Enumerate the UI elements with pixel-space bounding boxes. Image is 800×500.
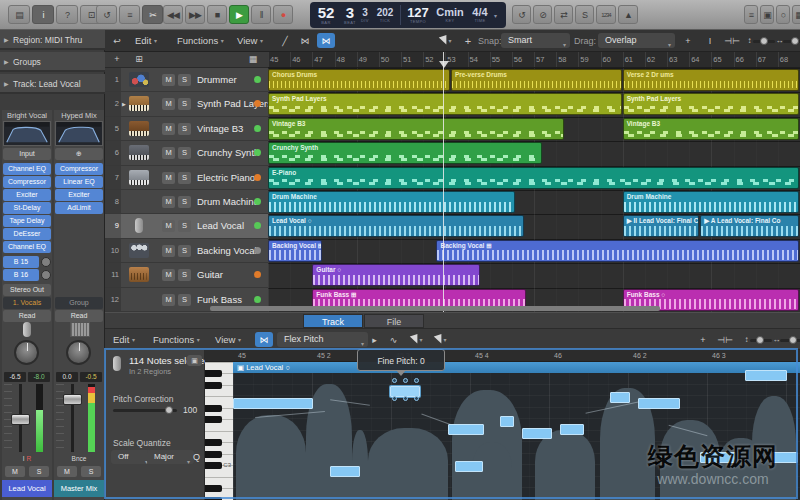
library-icon[interactable]: ▤ xyxy=(8,5,30,24)
region--ii-lead-vocal-final-com[interactable]: ▶ II Lead Vocal: Final Com xyxy=(623,215,700,237)
black-key[interactable] xyxy=(205,462,222,469)
flex-pitch-toggle-icon[interactable]: ⋈ xyxy=(317,33,335,48)
track-status-dot[interactable] xyxy=(254,247,261,254)
low-latency-icon[interactable]: S xyxy=(575,5,594,24)
track-row-crunchy-synth[interactable]: 6MSCrunchy Synth xyxy=(105,141,268,165)
track-row-synth-pad-layers[interactable]: 2▶MSSynth Pad Layers xyxy=(105,92,268,116)
pitch-note[interactable] xyxy=(745,370,787,381)
region-vintage-b3[interactable]: Vintage B3 xyxy=(623,118,799,140)
black-key[interactable] xyxy=(205,382,222,389)
lcd-time-sig[interactable]: 4/4 TIME xyxy=(467,2,493,28)
strip-track-label[interactable]: Master Mix xyxy=(54,480,104,497)
mute-button[interactable]: M xyxy=(162,147,175,159)
metronome-icon[interactable]: ▲ xyxy=(618,5,638,24)
disclosure-triangle-icon[interactable]: ▶ xyxy=(122,101,126,107)
solo-button[interactable]: S xyxy=(178,196,191,208)
inspector-icon[interactable]: i xyxy=(32,5,54,24)
pitch-note[interactable] xyxy=(522,428,552,439)
region-chorus-drums[interactable]: Chorus Drums xyxy=(268,69,450,91)
mute-button[interactable]: M xyxy=(162,294,175,306)
flex-mode-select[interactable]: Flex Pitch▾ xyxy=(277,332,368,347)
black-key[interactable] xyxy=(205,370,222,377)
replace-icon[interactable]: ⊘ xyxy=(533,5,552,24)
pitch-note[interactable] xyxy=(610,392,630,403)
rewind-icon[interactable]: ◀◀ xyxy=(163,5,183,24)
automation-icon[interactable]: ╱ xyxy=(277,33,293,48)
tracks-view-menu[interactable]: View ▾ xyxy=(237,30,263,51)
solo-button[interactable]: S xyxy=(178,74,191,86)
mute-button[interactable]: M xyxy=(162,98,175,110)
track-status-dot[interactable] xyxy=(254,271,261,278)
lcd-chevron-icon[interactable]: ▾ xyxy=(494,12,497,19)
pitch-note[interactable] xyxy=(500,416,514,427)
strip-track-label[interactable]: Lead Vocal xyxy=(2,480,52,497)
strip-mute-button[interactable]: M xyxy=(5,466,25,477)
secondary-tool-icon[interactable]: + xyxy=(460,33,476,48)
undo-history-icon[interactable]: ↺ xyxy=(96,5,117,24)
black-key[interactable] xyxy=(205,485,222,492)
note-hotspot[interactable] xyxy=(414,396,419,401)
scale-mode-select[interactable]: Major▾ xyxy=(147,450,194,464)
eq-display[interactable] xyxy=(3,121,51,146)
pitch-note[interactable] xyxy=(448,424,484,435)
solo-button[interactable]: S xyxy=(178,220,191,232)
plugin-slot[interactable]: DeEsser xyxy=(3,228,51,240)
region-synth-pad-layers[interactable]: Synth Pad Layers xyxy=(623,93,799,115)
plugin-slot[interactable]: Compressor xyxy=(3,176,51,188)
plugin-slot[interactable]: Exciter xyxy=(55,189,103,201)
mute-button[interactable]: M xyxy=(162,74,175,86)
lcd-key[interactable]: Cmin KEY xyxy=(433,2,467,28)
lcd-tempo[interactable]: 127 TEMPO xyxy=(403,2,433,28)
editor-autozoom-icon[interactable]: ⊣⊢ xyxy=(717,332,733,347)
plugin-slot[interactable]: Exciter xyxy=(3,189,51,201)
editor-edit-menu[interactable]: Edit ▾ xyxy=(113,329,135,350)
strip-setting-button[interactable]: Input xyxy=(3,148,51,160)
record-enable-indicators[interactable]: I R xyxy=(2,454,52,464)
solo-button[interactable]: S xyxy=(178,98,191,110)
region-pre-verse-drums[interactable]: Pre-verse Drums xyxy=(451,69,622,91)
track-status-dot[interactable] xyxy=(254,198,261,205)
black-key[interactable] xyxy=(205,439,222,446)
region-lead-vocal[interactable]: Lead Vocal ○ xyxy=(268,215,524,237)
black-key[interactable] xyxy=(205,451,222,458)
flex-icon[interactable]: ⋈ xyxy=(297,33,313,48)
mute-button[interactable]: M xyxy=(162,220,175,232)
region-verse-2-dr-ums[interactable]: Verse 2 Dr ums xyxy=(623,69,799,91)
stop-icon[interactable]: ■ xyxy=(207,5,227,24)
track-status-dot[interactable] xyxy=(254,296,261,303)
horizontal-scrollbar[interactable] xyxy=(210,306,660,311)
track-status-dot[interactable] xyxy=(254,76,261,83)
editor-panel-button[interactable]: ▣ xyxy=(187,355,202,366)
region-drum-machine[interactable]: Drum Machine xyxy=(623,191,799,213)
track-row-backing-vocal[interactable]: 10MSBacking Vocal xyxy=(105,239,268,263)
solo-button[interactable]: S xyxy=(178,172,191,184)
tracks-functions-menu[interactable]: Functions ▾ xyxy=(177,30,224,51)
pitch-note[interactable] xyxy=(560,424,584,435)
strip-solo-button[interactable]: S xyxy=(29,466,49,477)
strip-mute-button[interactable]: M xyxy=(57,466,77,477)
plugin-slot[interactable]: St-Delay xyxy=(3,202,51,214)
duplicate-track-button[interactable]: ⊞ xyxy=(131,53,147,66)
editor-view-menu[interactable]: View ▾ xyxy=(215,329,241,350)
solo-button[interactable]: S xyxy=(178,294,191,306)
fader-cap[interactable] xyxy=(11,414,30,425)
region-synth-pad-layers[interactable]: Synth Pad Layers xyxy=(268,93,622,115)
catch-playhead-icon[interactable]: + xyxy=(680,33,696,48)
piano-keyboard[interactable]: C3 xyxy=(205,362,233,500)
quantize-button[interactable]: Q xyxy=(189,450,204,464)
count-in-icon[interactable]: 1234 xyxy=(596,5,616,24)
snap-select[interactable]: Smart▾ xyxy=(501,33,570,48)
black-key[interactable] xyxy=(205,416,222,423)
editor-functions-menu[interactable]: Functions ▾ xyxy=(153,329,200,350)
note-hotspot[interactable] xyxy=(392,378,397,383)
black-key[interactable] xyxy=(205,497,222,500)
solo-button[interactable]: S xyxy=(178,123,191,135)
solo-button[interactable]: S xyxy=(178,269,191,281)
strip-setting-button[interactable]: ⊕ xyxy=(55,148,103,160)
editor-flex-icon[interactable]: ⋈ xyxy=(255,332,273,347)
region-crunchy-synth[interactable]: Crunchy Synth xyxy=(268,142,542,164)
pitch-note[interactable] xyxy=(330,466,360,477)
pause-icon[interactable]: ‖ xyxy=(251,5,271,24)
track-header-options-icon[interactable]: ▦ xyxy=(245,53,261,66)
mute-button[interactable]: M xyxy=(162,245,175,257)
